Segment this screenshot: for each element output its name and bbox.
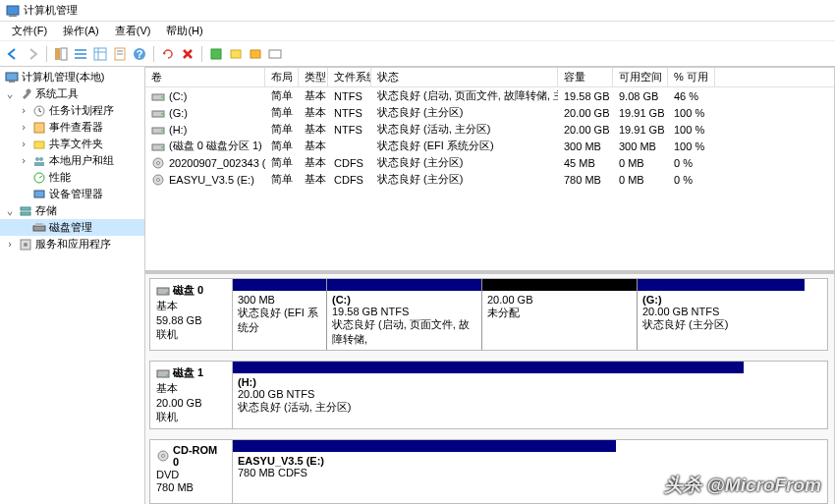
disk-kind: DVD [156, 469, 226, 480]
partition-color-bar [482, 279, 637, 291]
menu-help[interactable]: 帮助(H) [158, 22, 210, 40]
volume-row[interactable]: (磁盘 0 磁盘分区 1)简单基本状态良好 (EFI 系统分区)300 MB30… [145, 138, 834, 154]
partition-title: (C:) [332, 294, 476, 306]
disk-size: 59.88 GB [156, 314, 226, 326]
svg-text:?: ? [137, 48, 143, 60]
tree-device-manager[interactable]: 设备管理器 [0, 186, 144, 202]
collapse-icon[interactable]: ⌄ [4, 204, 16, 217]
view-list-button[interactable] [72, 45, 89, 63]
tree-performance[interactable]: 性能 [0, 169, 144, 186]
collapse-icon[interactable]: ⌄ [4, 87, 16, 100]
menu-view[interactable]: 查看(V) [107, 22, 159, 40]
tree-system-tools[interactable]: ⌄ 系统工具 [0, 85, 144, 102]
svg-rect-20 [9, 81, 15, 83]
action-button-2[interactable] [227, 45, 245, 63]
hdd-icon [156, 366, 170, 380]
volume-type: 基本 [299, 155, 328, 170]
action-button-3[interactable] [247, 45, 264, 63]
volume-layout: 简单 [265, 139, 299, 153]
volume-row[interactable]: (H:)简单基本NTFS状态良好 (活动, 主分区)20.00 GB19.91 … [145, 121, 834, 138]
expand-icon[interactable]: › [4, 238, 16, 251]
action-button-1[interactable] [207, 45, 225, 63]
partition[interactable]: 300 MB状态良好 (EFI 系统分 [233, 279, 327, 350]
drive-icon [151, 140, 165, 152]
show-hide-tree-button[interactable] [52, 45, 70, 63]
disk-map[interactable]: 磁盘 0基本59.88 GB联机300 MB状态良好 (EFI 系统分(C:)1… [145, 274, 834, 504]
partition-title: (G:) [642, 294, 800, 306]
tree-storage[interactable]: ⌄ 存储 [0, 202, 144, 219]
tree-shared-folders[interactable]: › 共享文件夹 [0, 136, 144, 152]
volume-row[interactable]: 20200907_002343 (D:)简单基本CDFS状态良好 (主分区)45… [145, 154, 834, 171]
col-volume[interactable]: 卷 [145, 68, 265, 86]
tree-event-viewer[interactable]: › 事件查看器 [0, 119, 144, 136]
menu-action[interactable]: 操作(A) [55, 22, 107, 40]
volume-free: 300 MB [613, 140, 668, 152]
disk-mgmt-icon [32, 221, 46, 235]
svg-rect-27 [34, 162, 44, 166]
forward-button[interactable] [24, 45, 41, 63]
volume-header-row: 卷 布局 类型 文件系统 状态 容量 可用空间 % 可用 [145, 68, 834, 87]
partition[interactable]: EASYU_V3.5 (E:)780 MB CDFS [233, 440, 616, 503]
expand-icon[interactable]: › [18, 154, 29, 167]
expand-icon[interactable]: › [18, 138, 29, 150]
navigation-tree[interactable]: 计算机管理(本地) ⌄ 系统工具 › 任务计划程序 › 事件查看器 › 共享文件… [0, 67, 145, 504]
svg-rect-17 [250, 50, 260, 58]
refresh-button[interactable] [159, 45, 177, 63]
volume-row[interactable]: (C:)简单基本NTFS状态良好 (启动, 页面文件, 故障转储, 主分区)19… [145, 87, 834, 104]
disk-partitions: (H:)20.00 GB NTFS状态良好 (活动, 主分区) [233, 362, 827, 428]
tree-label: 计算机管理(本地) [22, 70, 104, 84]
partition[interactable]: (H:)20.00 GB NTFS状态良好 (活动, 主分区) [233, 362, 744, 428]
col-filesystem[interactable]: 文件系统 [328, 68, 371, 86]
volume-row[interactable]: EASYU_V3.5 (E:)简单基本CDFS状态良好 (主分区)780 MB0… [145, 171, 834, 188]
svg-point-41 [161, 130, 163, 132]
disk-info[interactable]: 磁盘 0基本59.88 GB联机 [150, 279, 233, 350]
volume-fs: CDFS [328, 157, 371, 169]
svg-rect-33 [35, 223, 43, 226]
expand-icon[interactable]: › [18, 104, 29, 117]
svg-rect-31 [21, 212, 30, 215]
volume-type: 基本 [299, 139, 328, 153]
tree-task-scheduler[interactable]: › 任务计划程序 [0, 102, 144, 119]
disk-info[interactable]: 磁盘 1基本20.00 GB联机 [150, 362, 233, 428]
volume-list[interactable]: 卷 布局 类型 文件系统 状态 容量 可用空间 % 可用 (C:)简单基本NTF… [145, 68, 834, 274]
col-type[interactable]: 类型 [299, 68, 328, 86]
volume-pct: 46 % [668, 90, 715, 102]
tree-label: 任务计划程序 [49, 103, 114, 118]
volume-layout: 简单 [265, 155, 299, 170]
disk-row[interactable]: 磁盘 0基本59.88 GB联机300 MB状态良好 (EFI 系统分(C:)1… [149, 278, 828, 351]
disk-row[interactable]: CD-ROM 0DVD780 MBEASYU_V3.5 (E:)780 MB C… [149, 439, 828, 504]
expand-icon[interactable]: › [18, 121, 29, 134]
col-pct-free[interactable]: % 可用 [668, 68, 715, 86]
tree-services-apps[interactable]: › 服务和应用程序 [0, 236, 144, 252]
partition-color-bar [233, 362, 744, 373]
volume-layout: 简单 [265, 88, 299, 103]
menu-file[interactable]: 文件(F) [4, 22, 55, 40]
col-capacity[interactable]: 容量 [558, 68, 613, 86]
action-button-4[interactable] [266, 45, 284, 63]
svg-rect-5 [75, 53, 86, 55]
col-layout[interactable]: 布局 [265, 68, 299, 86]
properties-button[interactable] [111, 45, 129, 63]
volume-row[interactable]: (G:)简单基本NTFS状态良好 (主分区)20.00 GB19.91 GB10… [145, 104, 834, 121]
volume-capacity: 300 MB [558, 140, 613, 152]
disk-info[interactable]: CD-ROM 0DVD780 MB [150, 440, 233, 503]
view-detail-button[interactable] [91, 45, 109, 63]
volume-status: 状态良好 (活动, 主分区) [371, 122, 558, 137]
tree-disk-management[interactable]: 磁盘管理 [0, 219, 144, 236]
tree-local-users[interactable]: › 本地用户和组 [0, 152, 144, 169]
col-status[interactable]: 状态 [371, 68, 558, 86]
disk-row[interactable]: 磁盘 1基本20.00 GB联机(H:)20.00 GB NTFS状态良好 (活… [149, 361, 828, 429]
delete-button[interactable] [179, 45, 196, 63]
volume-layout: 简单 [265, 122, 299, 137]
tree-root[interactable]: 计算机管理(本地) [0, 69, 144, 85]
col-free[interactable]: 可用空间 [613, 68, 668, 86]
volume-free: 9.08 GB [613, 90, 668, 102]
partition-size: 300 MB [238, 294, 321, 306]
help-button[interactable]: ? [131, 45, 148, 63]
back-button[interactable] [4, 45, 22, 63]
toolbar: ? [0, 41, 835, 67]
partition[interactable]: (G:)20.00 GB NTFS状态良好 (主分区) [638, 279, 805, 350]
partition[interactable]: (C:)19.58 GB NTFS状态良好 (启动, 页面文件, 故障转储, [327, 279, 482, 350]
services-icon [19, 238, 32, 252]
partition[interactable]: 20.00 GB未分配 [482, 279, 638, 350]
